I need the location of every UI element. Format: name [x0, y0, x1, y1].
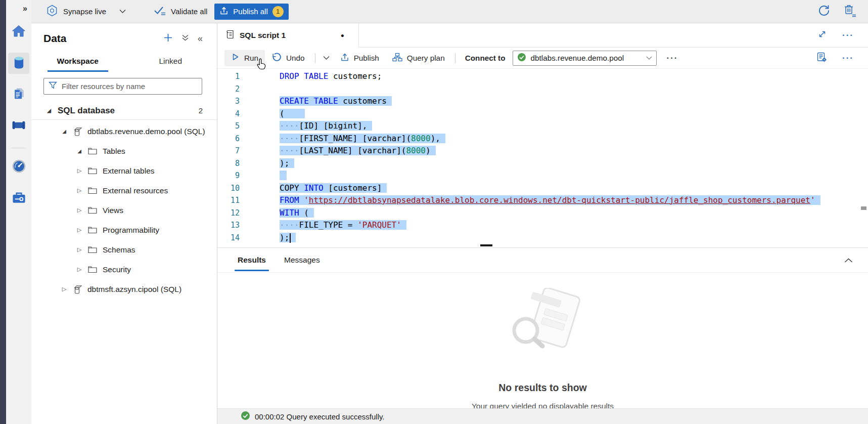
code-line[interactable]: 7····[LAST_NAME] [varchar](8000) [217, 145, 868, 157]
collapsed-triangle-icon[interactable]: ▷ [75, 167, 84, 174]
splitter-drag-handle[interactable] [480, 244, 492, 246]
tree-item-dbtlabs-revenue-demo-pool-sql[interactable]: ◢dbtlabs.revenue.demo.pool (SQL) [31, 121, 217, 141]
code-line[interactable]: 8); [217, 157, 868, 170]
discard-all-icon[interactable] [844, 4, 857, 19]
code-line[interactable]: 11FROM 'https://dbtlabsynapsedatalake.bl… [217, 194, 868, 207]
results-panel: No results to show Your query yielded no… [217, 273, 868, 408]
collapsed-triangle-icon[interactable]: ▷ [75, 207, 84, 214]
tree-item-dbtmsft-azsyn-cipool-sql[interactable]: ▷dbtmsft.azsyn.cipool (SQL) [31, 279, 217, 299]
collapsed-triangle-icon[interactable]: ▷ [60, 286, 69, 292]
expanded-triangle-icon[interactable]: ◢ [75, 148, 84, 154]
publish-button[interactable]: Publish [334, 50, 386, 66]
tab-sql-script-1[interactable]: SQL script 1 ● [217, 23, 359, 48]
mode-selector-label[interactable]: Synapse live [63, 7, 106, 16]
green-check-icon [517, 53, 526, 64]
refresh-icon[interactable] [817, 4, 831, 19]
publish-all-button[interactable]: Publish all 1 [214, 4, 288, 20]
validate-all-button[interactable]: Validate all [149, 6, 207, 18]
connection-more-icon[interactable]: ··· [667, 53, 678, 63]
tree-item-sql-database[interactable]: ◢SQL database2 [31, 102, 217, 120]
toolbar-separator [455, 53, 455, 63]
add-icon[interactable] [163, 33, 173, 45]
tree-item-programmability[interactable]: ▷Programmability [31, 220, 217, 240]
code-line[interactable]: 12WITH ( [217, 207, 868, 220]
expanded-triangle-icon[interactable]: ◢ [60, 129, 69, 134]
expand-editor-icon[interactable] [817, 29, 827, 41]
line-number: 13 [217, 219, 240, 232]
tab-results[interactable]: Results [238, 248, 266, 272]
toolbar-separator [315, 53, 315, 63]
integrate-pipeline-icon [11, 119, 26, 133]
tab-linked[interactable]: Linked [124, 51, 217, 72]
tree-item-external-resources[interactable]: ▷External resources [31, 181, 217, 200]
code-line[interactable]: 4( [217, 108, 868, 120]
status-text: 00:00:02 Query executed successfully. [255, 412, 385, 421]
sidebar-item-monitor[interactable] [8, 156, 29, 178]
success-check-icon [241, 411, 250, 422]
filter-resources-input[interactable] [62, 82, 197, 91]
collapsed-triangle-icon[interactable]: ▷ [75, 187, 84, 194]
tree-item-label: Schemas [103, 245, 135, 255]
filter-funnel-icon [49, 81, 57, 92]
line-number: 11 [217, 194, 240, 207]
toolbar-more-icon[interactable]: ··· [842, 53, 854, 63]
tree-item-label: Security [103, 265, 131, 274]
sidebar-item-manage[interactable] [8, 188, 29, 209]
selection-highlight: FROM 'https://dbtlabsynapsedatalake.blob… [280, 195, 820, 205]
selection-highlight: WITH ( [280, 208, 314, 218]
top-command-bar: Synapse live Validate all Publish all 1 [31, 0, 868, 23]
code-line-content: ····FILE_TYPE = 'PARQUET' [280, 219, 406, 232]
tab-messages[interactable]: Messages [284, 248, 320, 272]
connect-to-dropdown[interactable]: dbtlabs.revenue.demo.pool [513, 51, 657, 66]
collapsed-triangle-icon[interactable]: ▷ [75, 266, 84, 273]
run-play-icon [231, 53, 240, 63]
database-tree: ◢SQL database2◢dbtlabs.revenue.demo.pool… [31, 102, 217, 299]
tree-item-schemas[interactable]: ▷Schemas [31, 240, 217, 260]
code-line[interactable]: 6····[FIRST_NAME] [varchar](8000), [217, 133, 868, 145]
code-line[interactable]: 3CREATE TABLE customers [217, 95, 868, 108]
publish-icon [340, 53, 349, 64]
run-button[interactable]: Run [224, 50, 265, 66]
code-line[interactable]: 13····FILE_TYPE = 'PARQUET' [217, 219, 868, 232]
expanded-triangle-icon[interactable]: ◢ [44, 108, 54, 113]
run-options-chevron[interactable] [319, 50, 334, 66]
chevron-down-icon[interactable] [119, 9, 126, 14]
code-line[interactable]: 10COPY INTO [customers] [217, 182, 868, 195]
collapse-results-chevron-icon[interactable] [844, 258, 868, 263]
collapsed-triangle-icon[interactable]: ▷ [75, 246, 84, 253]
publish-upload-icon [219, 6, 229, 17]
code-line-content: WITH ( [280, 207, 314, 220]
line-number: 8 [217, 157, 240, 170]
tree-item-views[interactable]: ▷Views [31, 200, 217, 220]
code-line-content: ····[LAST_NAME] [varchar](8000) [280, 145, 436, 157]
undo-button[interactable]: Undo [265, 50, 311, 66]
selection-highlight: ····[ID] [bigint], [280, 121, 372, 131]
code-line[interactable]: 5····[ID] [bigint], [217, 120, 868, 133]
properties-icon[interactable] [816, 52, 827, 64]
sidebar-item-home[interactable] [8, 21, 29, 43]
tree-item-tables[interactable]: ◢Tables [31, 141, 217, 161]
code-line[interactable]: 2 [217, 83, 868, 96]
tree-item-external-tables[interactable]: ▷External tables [31, 161, 217, 181]
tab-workspace[interactable]: Workspace [31, 51, 124, 72]
tab-more-actions-icon[interactable]: ··· [842, 30, 854, 40]
query-plan-button[interactable]: Query plan [386, 50, 451, 66]
sidebar-item-integrate[interactable] [8, 115, 29, 137]
validate-all-label: Validate all [171, 7, 207, 16]
sidebar-item-data[interactable] [8, 53, 29, 74]
sql-code-editor[interactable]: 1DROP TABLE customers;23CREATE TABLE cus… [217, 69, 868, 247]
folder-icon [86, 206, 99, 214]
collapsed-triangle-icon[interactable]: ▷ [75, 227, 84, 233]
line-number: 7 [217, 145, 240, 157]
code-line[interactable]: 14); [217, 232, 868, 244]
sidebar-item-develop[interactable] [8, 84, 29, 105]
double-chevron-right-icon[interactable]: » [23, 4, 27, 13]
code-line[interactable]: 9 [217, 169, 868, 182]
collapse-panel-icon[interactable]: « [198, 34, 203, 43]
code-line[interactable]: 1DROP TABLE customers; [217, 70, 868, 83]
results-tab-bar: Results Messages [217, 247, 868, 273]
collapse-all-icon[interactable] [181, 34, 189, 44]
scrollbar-thumb[interactable] [861, 206, 866, 210]
tree-item-security[interactable]: ▷Security [31, 260, 217, 279]
folder-icon [86, 147, 99, 155]
